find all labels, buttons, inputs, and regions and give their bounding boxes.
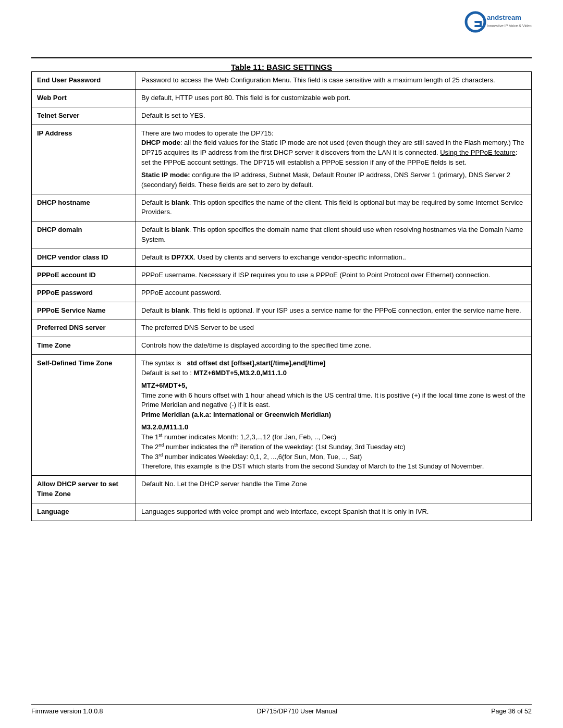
svg-text:andstream: andstream xyxy=(487,14,521,21)
row-label: End User Password xyxy=(32,72,136,90)
table-row: PPPoE account ID PPPoE username. Necessa… xyxy=(32,266,532,284)
table-title: Table 11: BASIC SETTINGS xyxy=(31,57,532,71)
footer-center: DP715/DP710 User Manual xyxy=(257,708,337,715)
svg-text:Innovative IP Voice & Video: Innovative IP Voice & Video xyxy=(487,24,532,28)
row-description: PPPoE account password. xyxy=(136,284,532,302)
table-row: Allow DHCP server to set Time Zone Defau… xyxy=(32,476,532,503)
row-label: Web Port xyxy=(32,89,136,107)
row-description: Default is set to YES. xyxy=(136,107,532,125)
table-row: DHCP hostname Default is blank. This opt… xyxy=(32,194,532,221)
table-row: Telnet Server Default is set to YES. xyxy=(32,107,532,125)
row-label: DHCP hostname xyxy=(32,194,136,221)
table-row: Web Port By default, HTTP uses port 80. … xyxy=(32,89,532,107)
table-row: DHCP vendor class ID Default is DP7XX. U… xyxy=(32,249,532,266)
footer-left: Firmware version 1.0.0.8 xyxy=(31,708,103,715)
row-label: PPPoE password xyxy=(32,284,136,302)
table-row: PPPoE password PPPoE account password. xyxy=(32,284,532,302)
grandstream-logo: andstream Innovative IP Voice & Video xyxy=(464,10,537,39)
row-description: Controls how the date/time is displayed … xyxy=(136,337,532,355)
table-row: Time Zone Controls how the date/time is … xyxy=(32,337,532,355)
row-label: Preferred DNS server xyxy=(32,319,136,337)
row-description: Default is DP7XX. Used by clients and se… xyxy=(136,249,532,266)
row-description: Default is blank. This option specifies … xyxy=(136,194,532,221)
row-label: Self-Defined Time Zone xyxy=(32,355,136,476)
row-label: PPPoE account ID xyxy=(32,266,136,284)
settings-table: End User Password Password to access the… xyxy=(31,71,532,521)
row-description: PPPoE username. Necessary if ISP require… xyxy=(136,266,532,284)
row-label: Language xyxy=(32,503,136,521)
row-description: The syntax is std offset dst [offset],st… xyxy=(136,355,532,476)
logo-area: andstream Innovative IP Voice & Video xyxy=(454,10,537,41)
table-row: DHCP domain Default is blank. This optio… xyxy=(32,221,532,249)
table-row: PPPoE Service Name Default is blank. Thi… xyxy=(32,302,532,319)
page-wrapper: andstream Innovative IP Voice & Video Ta… xyxy=(0,0,563,728)
row-description: Default is blank. This field is optional… xyxy=(136,302,532,319)
table-row: Language Languages supported with voice … xyxy=(32,503,532,521)
table-row: IP Address There are two modes to operat… xyxy=(32,125,532,194)
row-description: Languages supported with voice prompt an… xyxy=(136,503,532,521)
table-row: End User Password Password to access the… xyxy=(32,72,532,90)
table-row: Self-Defined Time Zone The syntax is std… xyxy=(32,355,532,476)
row-description: Password to access the Web Configuration… xyxy=(136,72,532,90)
row-description: The preferred DNS Server to be used xyxy=(136,319,532,337)
row-label: Telnet Server xyxy=(32,107,136,125)
row-label: Allow DHCP server to set Time Zone xyxy=(32,476,136,503)
row-label: PPPoE Service Name xyxy=(32,302,136,319)
row-label: IP Address xyxy=(32,125,136,194)
row-description: Default No. Let the DHCP server handle t… xyxy=(136,476,532,503)
row-label: DHCP vendor class ID xyxy=(32,249,136,266)
row-description: Default is blank. This option specifies … xyxy=(136,221,532,249)
table-row: Preferred DNS server The preferred DNS S… xyxy=(32,319,532,337)
row-label: Time Zone xyxy=(32,337,136,355)
footer-right: Page 36 of 52 xyxy=(491,708,532,715)
row-description: There are two modes to operate the DP715… xyxy=(136,125,532,194)
row-description: By default, HTTP uses port 80. This fiel… xyxy=(136,89,532,107)
row-label: DHCP domain xyxy=(32,221,136,249)
page-footer: Firmware version 1.0.0.8 DP715/DP710 Use… xyxy=(31,704,532,715)
